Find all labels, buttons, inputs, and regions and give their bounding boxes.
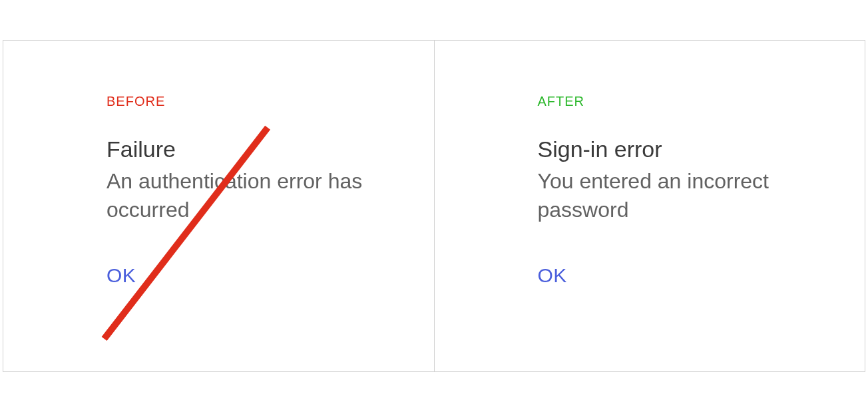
after-dialog-title: Sign-in error xyxy=(538,136,804,163)
after-panel: AFTER Sign-in error You entered an incor… xyxy=(435,40,866,372)
before-dialog-title: Failure xyxy=(107,136,373,163)
before-panel: BEFORE Failure An authentication error h… xyxy=(3,40,435,372)
after-ok-button[interactable]: OK xyxy=(538,264,567,287)
before-dialog: BEFORE Failure An authentication error h… xyxy=(107,94,373,287)
before-dialog-body: An authentication error has occurred xyxy=(107,167,373,224)
after-dialog: AFTER Sign-in error You entered an incor… xyxy=(538,94,804,287)
before-ok-button[interactable]: OK xyxy=(107,264,136,287)
after-tag: AFTER xyxy=(538,94,804,109)
before-tag: BEFORE xyxy=(107,94,373,109)
after-dialog-body: You entered an incorrect password xyxy=(538,167,804,224)
